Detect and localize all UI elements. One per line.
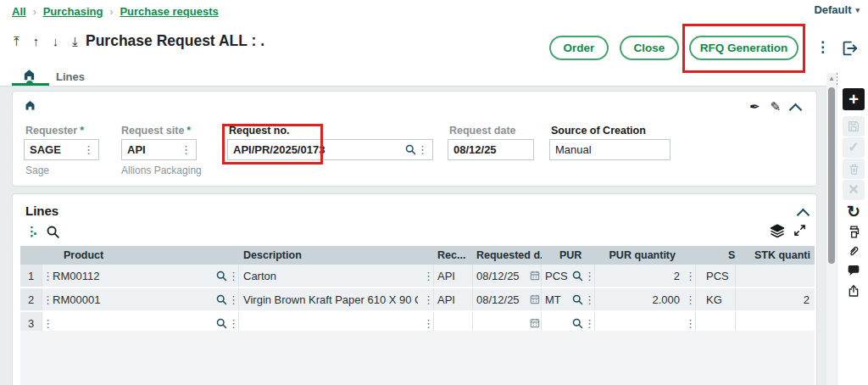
x-icon: ✕: [848, 183, 859, 197]
cell-kebab-icon[interactable]: ⋮: [584, 270, 594, 282]
request-date-field[interactable]: 08/12/25: [448, 139, 534, 160]
comment-icon: [847, 264, 860, 277]
pur-quantity-cell[interactable]: 2.000: [595, 293, 685, 306]
source-of-creation-field[interactable]: Manual: [549, 139, 670, 160]
search-icon[interactable]: [215, 293, 228, 306]
cell-kebab-icon[interactable]: ⋮: [423, 270, 433, 282]
calendar-icon[interactable]: [529, 270, 541, 282]
search-icon[interactable]: [215, 317, 228, 330]
stk-quantity-cell[interactable]: [736, 265, 815, 287]
delete-button: [843, 159, 865, 179]
table-row[interactable]: 2 ⋮ RM00001 ⋮ Virgin Brown Kraft Paper 6…: [20, 288, 815, 312]
exit-function-icon[interactable]: [840, 39, 859, 61]
search-icon[interactable]: [215, 270, 228, 282]
cell-kebab-icon[interactable]: ⋮: [228, 270, 238, 282]
field-options-kebab-icon[interactable]: ⋮: [417, 143, 427, 156]
pencil-icon[interactable]: ✎: [771, 99, 782, 117]
cell-kebab-icon[interactable]: ⋮: [685, 317, 695, 330]
requester-field[interactable]: SAGE ⋮: [24, 139, 99, 160]
cell-kebab-icon[interactable]: ⋮: [228, 293, 238, 306]
collapse-section-icon[interactable]: [791, 99, 800, 117]
share-icon: [847, 284, 860, 298]
print-button[interactable]: [843, 221, 865, 242]
col-header-description[interactable]: Description: [239, 246, 434, 265]
requester-label: Requester*: [25, 125, 84, 137]
collapse-lines-section-icon[interactable]: [798, 208, 808, 223]
attachment-button[interactable]: [843, 241, 865, 261]
stk-unit-cell[interactable]: PCS: [696, 265, 736, 287]
source-of-creation-value: Manual: [555, 143, 665, 156]
grid-actions-kebab-icon[interactable]: ⋮: [25, 224, 38, 239]
cell-kebab-icon[interactable]: ⋮: [228, 317, 238, 330]
requested-date-cell[interactable]: 08/12/25: [476, 293, 520, 306]
profile-selector[interactable]: Default ▾: [814, 3, 860, 16]
refresh-button[interactable]: ↻: [843, 201, 865, 221]
page-title: Purchase Request ALL : .: [86, 32, 264, 50]
scrollbar-up-arrow[interactable]: ▲: [828, 75, 835, 82]
share-button[interactable]: [843, 281, 865, 301]
last-record-button[interactable]: ⤓: [69, 34, 81, 49]
request-date-label: Request date: [449, 125, 516, 137]
request-no-field[interactable]: API/PR/2025/0173 ⋮: [227, 139, 433, 160]
search-icon[interactable]: [571, 293, 584, 306]
field-options-kebab-icon[interactable]: ⋮: [83, 143, 93, 156]
request-site-field[interactable]: API ⋮: [121, 139, 197, 160]
cell-kebab-icon[interactable]: ⋮: [42, 293, 53, 306]
cell-kebab-icon[interactable]: ⋮: [423, 293, 433, 306]
calendar-icon[interactable]: [529, 317, 541, 329]
tab-lines[interactable]: Lines: [56, 70, 85, 83]
vertical-scrollbar-thumb[interactable]: [828, 87, 835, 264]
field-options-kebab-icon[interactable]: ⋮: [181, 143, 191, 156]
more-actions-kebab-icon[interactable]: ⋮: [815, 38, 830, 56]
breadcrumb-link-all[interactable]: All: [12, 5, 26, 18]
grid-search-icon[interactable]: [46, 225, 60, 243]
search-icon[interactable]: [571, 270, 584, 282]
rfq-generation-button[interactable]: RFQ Generation: [689, 36, 798, 60]
product-cell[interactable]: RM00112: [53, 270, 99, 282]
col-header-stk-unit[interactable]: S...: [696, 246, 736, 265]
col-header-stk-quantity[interactable]: STK quanti: [736, 246, 815, 265]
search-icon[interactable]: [571, 317, 584, 330]
cell-kebab-icon[interactable]: ⋮: [584, 293, 594, 306]
product-cell[interactable]: RM00001: [53, 293, 100, 306]
cell-kebab-icon[interactable]: ⋮: [685, 270, 695, 282]
cell-kebab-icon[interactable]: ⋮: [42, 317, 53, 330]
description-cell[interactable]: Carton: [243, 270, 276, 282]
pen-icon[interactable]: ✒: [749, 99, 760, 117]
comment-button[interactable]: [843, 260, 865, 281]
cell-kebab-icon[interactable]: ⋮: [423, 317, 433, 330]
cell-kebab-icon[interactable]: ⋮: [42, 270, 53, 282]
cell-kebab-icon[interactable]: ⋮: [685, 293, 695, 306]
col-header-rec[interactable]: Rec...: [434, 246, 473, 265]
printer-icon: [847, 225, 861, 239]
cell-kebab-icon[interactable]: ⋮: [584, 317, 594, 330]
calendar-icon[interactable]: [529, 293, 541, 305]
col-header-pur-quantity[interactable]: PUR quantity: [595, 246, 696, 265]
breadcrumb-link-purchase-requests[interactable]: Purchase requests: [120, 5, 218, 18]
first-record-button[interactable]: ⤒: [10, 34, 23, 49]
col-header-requested-date[interactable]: Requested d...: [473, 246, 542, 265]
col-header-product[interactable]: Product: [42, 246, 239, 265]
order-button[interactable]: Order: [549, 36, 609, 60]
pur-unit-cell[interactable]: PCS: [545, 270, 568, 282]
new-record-button[interactable]: +: [843, 88, 865, 110]
previous-record-button[interactable]: ↑: [30, 34, 42, 49]
stk-unit-cell[interactable]: KG: [696, 288, 736, 310]
next-record-button[interactable]: ↓: [49, 34, 62, 49]
requested-date-cell[interactable]: 08/12/25: [476, 270, 520, 282]
search-icon[interactable]: [404, 143, 417, 156]
receiving-site-cell[interactable]: API: [434, 265, 473, 287]
receiving-site-cell[interactable]: API: [434, 288, 473, 310]
close-button[interactable]: Close: [620, 36, 679, 60]
description-cell[interactable]: Virgin Brown Kraft Paper 610 X 90 GSM: [243, 293, 418, 306]
pur-unit-cell[interactable]: MT: [545, 293, 561, 306]
grid-empty-area: [20, 331, 815, 385]
pur-quantity-cell[interactable]: 2: [595, 270, 685, 282]
breadcrumb-link-purchasing[interactable]: Purchasing: [43, 5, 103, 18]
grid-fullscreen-icon[interactable]: [793, 224, 806, 240]
stk-quantity-cell[interactable]: 2: [736, 288, 815, 310]
grid-layers-icon[interactable]: [770, 223, 785, 242]
exit-icon: [840, 39, 859, 58]
table-row[interactable]: 1 ⋮ RM00112 ⋮ Carton ⋮ API 08/12/25 PCS …: [20, 265, 815, 288]
col-header-pur[interactable]: PUR: [542, 246, 595, 265]
